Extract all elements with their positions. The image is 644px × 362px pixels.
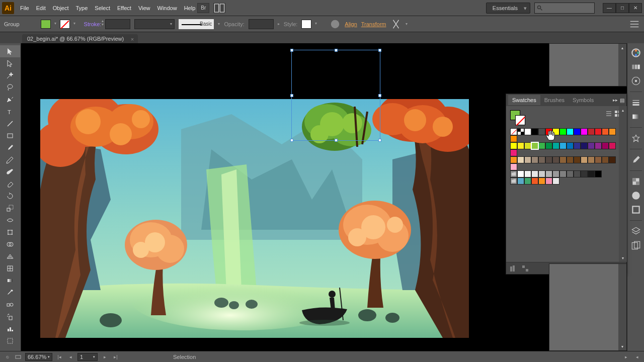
tab-swatches[interactable]: Swatches bbox=[508, 95, 540, 105]
scroll-left-icon[interactable]: ◂ bbox=[633, 353, 641, 360]
menu-effect[interactable]: Effect bbox=[117, 5, 131, 11]
arrange-icon[interactable] bbox=[213, 3, 225, 13]
swatch[interactable] bbox=[545, 156, 552, 163]
swatch[interactable] bbox=[524, 177, 531, 185]
menu-select[interactable]: Select bbox=[95, 5, 110, 11]
pencil-tool[interactable] bbox=[0, 154, 20, 166]
document-tab[interactable]: 02_begin.ai* @ 66.67% (RGB/Preview)× bbox=[22, 34, 138, 43]
swatch[interactable] bbox=[581, 142, 588, 149]
swatch[interactable] bbox=[609, 142, 616, 149]
collapsed-panel-2[interactable]: ▾ bbox=[549, 263, 627, 351]
menu-window[interactable]: Window bbox=[157, 5, 177, 11]
swatch[interactable] bbox=[517, 170, 524, 177]
recolor-icon[interactable] bbox=[330, 19, 341, 30]
color-panel-icon[interactable] bbox=[630, 47, 641, 58]
eraser-tool[interactable] bbox=[0, 178, 20, 190]
swatch[interactable] bbox=[531, 156, 538, 163]
tab-brushes[interactable]: Brushes bbox=[540, 95, 569, 105]
swatch[interactable] bbox=[595, 128, 602, 135]
swatch[interactable] bbox=[588, 142, 595, 149]
swatch[interactable] bbox=[602, 156, 609, 163]
swatch[interactable] bbox=[531, 128, 538, 135]
lasso-tool[interactable] bbox=[0, 81, 20, 94]
gradient-panel-icon[interactable] bbox=[630, 111, 641, 122]
current-fill-stroke[interactable] bbox=[510, 110, 524, 124]
swatch[interactable] bbox=[609, 128, 616, 135]
stroke-weight-field[interactable]: ▲▼ bbox=[105, 19, 130, 29]
blend-tool[interactable] bbox=[0, 299, 20, 311]
close-button[interactable]: ✕ bbox=[629, 3, 642, 13]
stroke-swatch[interactable] bbox=[60, 20, 70, 29]
direct-selection-tool[interactable] bbox=[0, 57, 20, 69]
show-swatch-kinds-icon[interactable] bbox=[521, 264, 529, 273]
swatch[interactable] bbox=[545, 142, 552, 149]
collapse-panel-icon[interactable]: ▸▸ bbox=[613, 98, 618, 103]
blob-brush-tool[interactable] bbox=[0, 166, 20, 178]
menu-help[interactable]: Help bbox=[184, 5, 196, 11]
var-width-profile[interactable] bbox=[134, 19, 175, 29]
menu-type[interactable]: Type bbox=[76, 5, 88, 11]
brush-definition[interactable]: Basic bbox=[179, 19, 214, 29]
swatch[interactable] bbox=[581, 128, 588, 135]
rotate-tool[interactable] bbox=[0, 190, 20, 202]
color-guide-icon[interactable] bbox=[630, 61, 641, 72]
swatch[interactable] bbox=[581, 156, 588, 163]
maximize-button[interactable]: □ bbox=[616, 3, 629, 13]
swatch[interactable] bbox=[510, 135, 517, 142]
panel-menu-icon[interactable] bbox=[629, 19, 640, 30]
swatch[interactable] bbox=[524, 156, 531, 163]
swatch[interactable] bbox=[517, 177, 524, 185]
swatch[interactable] bbox=[510, 149, 517, 156]
menu-object[interactable]: Object bbox=[53, 5, 69, 11]
type-tool[interactable]: T bbox=[0, 106, 20, 118]
swatch[interactable] bbox=[524, 170, 531, 177]
line-tool[interactable] bbox=[0, 118, 20, 130]
swatch[interactable] bbox=[609, 156, 616, 163]
swatch[interactable] bbox=[574, 128, 581, 135]
transparency-panel-icon[interactable] bbox=[630, 176, 641, 187]
swatch[interactable] bbox=[552, 177, 559, 185]
swatch[interactable] bbox=[559, 128, 567, 135]
swatch[interactable] bbox=[552, 170, 559, 177]
artboard-nav-field[interactable]: 1▾ bbox=[77, 353, 98, 361]
stroke-label[interactable]: Stroke: bbox=[84, 21, 102, 27]
opacity-field[interactable] bbox=[249, 19, 274, 29]
swatch[interactable] bbox=[588, 128, 595, 135]
appearance-panel-icon[interactable] bbox=[630, 190, 641, 201]
menu-edit[interactable]: Edit bbox=[36, 5, 46, 11]
style-swatch[interactable] bbox=[301, 20, 311, 29]
pen-tool[interactable] bbox=[0, 94, 20, 106]
next-button[interactable]: ▸ bbox=[101, 353, 109, 360]
swatch[interactable] bbox=[595, 156, 602, 163]
column-graph-tool[interactable] bbox=[0, 323, 20, 335]
align-link[interactable]: Align bbox=[345, 21, 357, 27]
mesh-tool[interactable] bbox=[0, 262, 20, 275]
zoom-field[interactable]: 66.67%▾ bbox=[25, 353, 52, 361]
swatch[interactable] bbox=[538, 128, 545, 135]
list-view-icon[interactable] bbox=[605, 110, 612, 118]
swatch-libraries-icon[interactable] bbox=[509, 264, 517, 273]
swatch[interactable] bbox=[602, 128, 609, 135]
prev-button[interactable]: ◂ bbox=[66, 353, 74, 360]
menu-file[interactable]: File bbox=[20, 5, 29, 11]
swatch[interactable] bbox=[552, 142, 559, 149]
tab-symbols[interactable]: Symbols bbox=[569, 95, 598, 105]
swatch[interactable] bbox=[510, 163, 517, 170]
zoom-out-icon[interactable] bbox=[14, 353, 22, 360]
gradient-tool[interactable] bbox=[0, 275, 20, 287]
swatch[interactable] bbox=[574, 142, 581, 149]
swatch-group-folder[interactable] bbox=[510, 177, 517, 185]
rectangle-tool[interactable] bbox=[0, 130, 20, 142]
swatch[interactable] bbox=[517, 142, 524, 149]
swatch[interactable] bbox=[538, 156, 545, 163]
swatch[interactable] bbox=[559, 170, 567, 177]
swatch[interactable] bbox=[510, 156, 517, 163]
swatch[interactable] bbox=[588, 170, 595, 177]
eyedropper-tool[interactable] bbox=[0, 287, 20, 299]
swatch[interactable] bbox=[581, 170, 588, 177]
shape-builder-tool[interactable] bbox=[0, 238, 20, 250]
swatch[interactable] bbox=[552, 156, 559, 163]
close-tab-icon[interactable]: × bbox=[131, 36, 134, 42]
magic-wand-tool[interactable] bbox=[0, 69, 20, 81]
swatch[interactable] bbox=[517, 156, 524, 163]
